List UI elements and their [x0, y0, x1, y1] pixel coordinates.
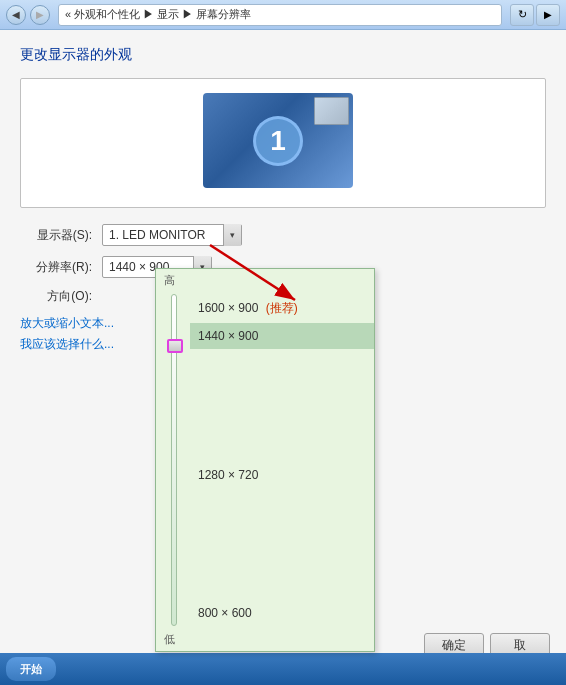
dropdown-item-1600-label: 1600 × 900 (推荐): [198, 300, 298, 317]
display-select[interactable]: 1. LED MONITOR ▾: [102, 224, 242, 246]
window: ◀ ▶ « 外观和个性化 ▶ 显示 ▶ 屏幕分辨率 ↻ ▶ 更改显示器的外观 1: [0, 0, 566, 685]
dropdown-item-800[interactable]: 800 × 600: [190, 600, 374, 626]
title-bar-actions: ↻ ▶: [510, 4, 560, 26]
dropdown-high-label: 高: [156, 269, 374, 290]
dropdown-item-1440-label: 1440 × 900: [198, 329, 258, 343]
monitor-preview-box: 1: [20, 78, 546, 208]
taskbar: 开始: [0, 653, 566, 685]
refresh-button[interactable]: ↻: [510, 4, 534, 26]
slider-track-bg: [171, 294, 177, 626]
dropdown-spacer-1: [190, 349, 374, 462]
monitor-small-icon: [314, 97, 349, 125]
display-select-value: 1. LED MONITOR: [103, 228, 223, 242]
extra-button[interactable]: ▶: [536, 4, 560, 26]
title-bar: ◀ ▶ « 外观和个性化 ▶ 显示 ▶ 屏幕分辨率 ↻ ▶: [0, 0, 566, 30]
extra-icon: ▶: [544, 9, 552, 20]
content-area: 更改显示器的外观 1 显示器(S): 1. LED MONITOR ▾ 分辨率(…: [0, 30, 566, 685]
address-path: « 外观和个性化 ▶ 显示 ▶ 屏幕分辨率: [65, 7, 251, 22]
forward-icon: ▶: [36, 9, 44, 20]
dropdown-low-label: 低: [156, 630, 374, 651]
recommended-label: (推荐): [266, 301, 298, 315]
refresh-icon: ↻: [518, 8, 527, 21]
display-row: 显示器(S): 1. LED MONITOR ▾: [20, 224, 546, 246]
display-select-arrow[interactable]: ▾: [223, 224, 241, 246]
back-icon: ◀: [12, 9, 20, 20]
page-title: 更改显示器的外观: [20, 46, 546, 64]
orientation-label: 方向(O):: [20, 288, 92, 305]
resolution-label: 分辨率(R):: [20, 259, 92, 276]
dropdown-item-1280[interactable]: 1280 × 720: [190, 462, 374, 488]
resolution-dropdown: 高 1600 × 900 (推荐) 1440 × 900: [155, 268, 375, 652]
dropdown-item-1600[interactable]: 1600 × 900 (推荐): [190, 294, 374, 323]
dropdown-item-1440[interactable]: 1440 × 900: [190, 323, 374, 349]
monitor-preview-image: 1: [203, 93, 363, 193]
address-bar: « 外观和个性化 ▶ 显示 ▶ 屏幕分辨率: [58, 4, 502, 26]
monitor-frame: 1: [203, 93, 353, 188]
slider-track[interactable]: [164, 294, 184, 626]
forward-button[interactable]: ▶: [30, 5, 50, 25]
dropdown-item-1280-label: 1280 × 720: [198, 468, 258, 482]
dropdown-spacer-2: [190, 488, 374, 601]
dropdown-slider-area: 1600 × 900 (推荐) 1440 × 900 1280 × 720 80…: [156, 290, 374, 630]
slider-thumb[interactable]: [167, 339, 183, 353]
dropdown-item-800-label: 800 × 600: [198, 606, 252, 620]
start-button[interactable]: 开始: [6, 657, 56, 681]
monitor-number: 1: [253, 116, 303, 166]
back-button[interactable]: ◀: [6, 5, 26, 25]
dropdown-items-list: 1600 × 900 (推荐) 1440 × 900 1280 × 720 80…: [190, 290, 374, 630]
display-label: 显示器(S):: [20, 227, 92, 244]
